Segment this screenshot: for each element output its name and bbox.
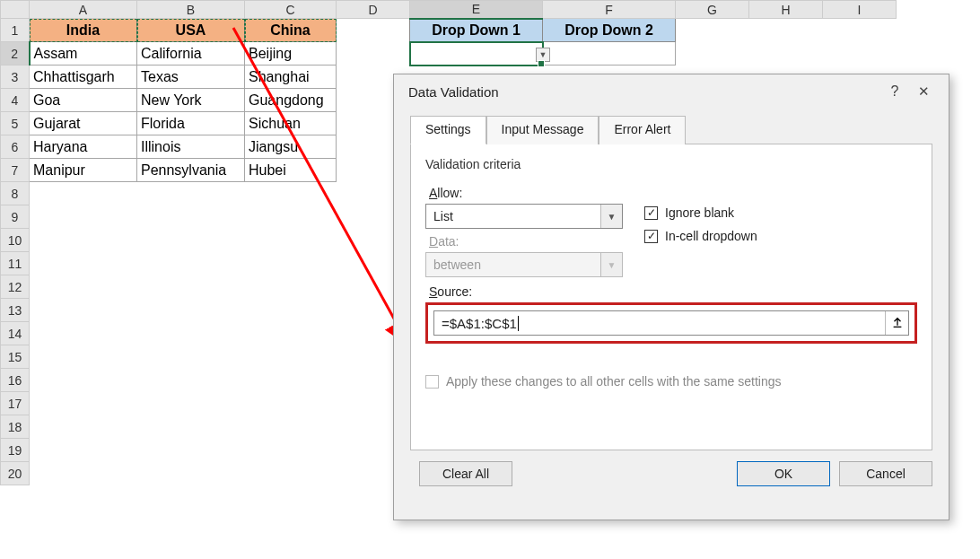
data-validation-dialog: Data Validation ? ✕ Settings Input Messa… <box>393 74 949 520</box>
dialog-title-text: Data Validation <box>408 84 880 100</box>
row-header-2[interactable]: 2 <box>1 42 30 66</box>
row-header-17[interactable]: 17 <box>1 392 30 415</box>
chevron-down-icon: ▼ <box>600 253 622 276</box>
cell-F1[interactable]: Drop Down 2 <box>543 19 676 42</box>
close-button[interactable]: ✕ <box>909 83 938 100</box>
cell-G2[interactable] <box>676 42 749 66</box>
cell-E2-active[interactable]: ▼ <box>410 42 543 66</box>
row-header-10[interactable]: 10 <box>1 229 30 252</box>
row-header-11[interactable]: 11 <box>1 252 30 275</box>
cell-C2[interactable]: Beijing <box>245 42 337 66</box>
cell-B3[interactable]: Texas <box>137 66 245 89</box>
clear-all-button[interactable]: Clear All <box>419 461 512 486</box>
cell-B2[interactable]: California <box>137 42 245 66</box>
row-header-20[interactable]: 20 <box>1 462 30 485</box>
help-button[interactable]: ? <box>880 83 909 100</box>
row-header-1[interactable]: 1 <box>1 19 30 42</box>
dialog-titlebar[interactable]: Data Validation ? ✕ <box>394 74 949 105</box>
dialog-tabs: Settings Input Message Error Alert <box>410 116 949 144</box>
row-header-16[interactable]: 16 <box>1 369 30 392</box>
cell-E1[interactable]: Drop Down 1 <box>410 19 543 42</box>
row-header-15[interactable]: 15 <box>1 345 30 369</box>
cell-G1[interactable] <box>676 19 749 42</box>
tab-input-message[interactable]: Input Message <box>486 116 599 144</box>
col-header-F[interactable]: F <box>543 1 676 19</box>
incell-dropdown-label: In-cell dropdown <box>665 229 757 243</box>
row-header-13[interactable]: 13 <box>1 299 30 322</box>
dialog-button-row: Clear All OK Cancel <box>394 450 949 497</box>
cell-D1[interactable] <box>337 19 410 42</box>
cell-B4[interactable]: New York <box>137 89 245 112</box>
cell-B7[interactable]: Pennsylvania <box>137 159 245 182</box>
row-header-12[interactable]: 12 <box>1 275 30 299</box>
cell-B5[interactable]: Florida <box>137 112 245 135</box>
row-header-18[interactable]: 18 <box>1 415 30 439</box>
cell-I2[interactable] <box>823 42 897 66</box>
cell-A4[interactable]: Goa <box>30 89 137 112</box>
cell-C4[interactable]: Guangdong <box>245 89 337 112</box>
dropdown-handle-icon[interactable]: ▼ <box>536 48 550 62</box>
cell-A5[interactable]: Gujarat <box>30 112 137 135</box>
source-label: Source: <box>429 284 917 299</box>
allow-value: List <box>426 209 600 223</box>
tab-settings[interactable]: Settings <box>410 116 486 144</box>
row-header-14[interactable]: 14 <box>1 322 30 345</box>
data-value: between <box>426 258 600 272</box>
col-header-A[interactable]: A <box>30 1 137 19</box>
col-header-D[interactable]: D <box>337 1 410 19</box>
ok-button[interactable]: OK <box>737 461 830 486</box>
ignore-blank-label: Ignore blank <box>665 205 734 220</box>
cell-B6[interactable]: Illinois <box>137 135 245 159</box>
row-header-8[interactable]: 8 <box>1 182 30 205</box>
row-header-3[interactable]: 3 <box>1 66 30 89</box>
cell-C1[interactable]: China <box>245 19 337 42</box>
ignore-blank-checkbox[interactable]: ✓ <box>644 206 658 220</box>
col-header-G[interactable]: G <box>676 1 749 19</box>
source-value: =$A$1:$C$1 <box>434 316 885 331</box>
cell-A7[interactable]: Manipur <box>30 159 137 182</box>
tab-settings-body: Validation criteria Allow: List ▼ Data: … <box>410 144 932 450</box>
cell-A2[interactable]: Assam <box>30 42 137 66</box>
apply-changes-checkbox <box>425 375 439 389</box>
row-header-6[interactable]: 6 <box>1 135 30 159</box>
chevron-down-icon: ▼ <box>600 205 622 228</box>
cell-C3[interactable]: Shanghai <box>245 66 337 89</box>
allow-dropdown[interactable]: List ▼ <box>425 204 623 229</box>
col-header-H[interactable]: H <box>749 1 823 19</box>
col-header-I[interactable]: I <box>823 1 897 19</box>
cell-C7[interactable]: Hubei <box>245 159 337 182</box>
data-dropdown: between ▼ <box>425 252 623 277</box>
row-header-7[interactable]: 7 <box>1 159 30 182</box>
row-header-4[interactable]: 4 <box>1 89 30 112</box>
select-all-corner[interactable] <box>1 1 30 19</box>
cell-C5[interactable]: Sichuan <box>245 112 337 135</box>
row-header-5[interactable]: 5 <box>1 112 30 135</box>
col-header-B[interactable]: B <box>137 1 245 19</box>
cell-F2[interactable] <box>543 42 676 66</box>
col-header-C[interactable]: C <box>245 1 337 19</box>
row-header-9[interactable]: 9 <box>1 205 30 229</box>
source-highlight-box: =$A$1:$C$1 <box>425 302 917 344</box>
cell-C6[interactable]: Jiangsu <box>245 135 337 159</box>
cell-I1[interactable] <box>823 19 897 42</box>
apply-changes-label: Apply these changes to all other cells w… <box>446 374 782 389</box>
tab-error-alert[interactable]: Error Alert <box>599 116 686 144</box>
cell-A1[interactable]: India <box>30 19 137 42</box>
incell-dropdown-checkbox[interactable]: ✓ <box>644 230 658 243</box>
validation-criteria-label: Validation criteria <box>425 157 917 171</box>
cell-D2[interactable] <box>337 42 410 66</box>
col-header-E[interactable]: E <box>410 1 543 19</box>
source-input[interactable]: =$A$1:$C$1 <box>433 310 909 336</box>
allow-label: Allow: <box>429 186 644 200</box>
cell-H2[interactable] <box>749 42 823 66</box>
cancel-button[interactable]: Cancel <box>839 461 932 486</box>
cell-A6[interactable]: Haryana <box>30 135 137 159</box>
cell-B1[interactable]: USA <box>137 19 245 42</box>
data-label: Data: <box>429 234 644 249</box>
cell-A3[interactable]: Chhattisgarh <box>30 66 137 89</box>
row-header-19[interactable]: 19 <box>1 439 30 462</box>
range-picker-icon[interactable] <box>885 311 908 335</box>
cell-H1[interactable] <box>749 19 823 42</box>
